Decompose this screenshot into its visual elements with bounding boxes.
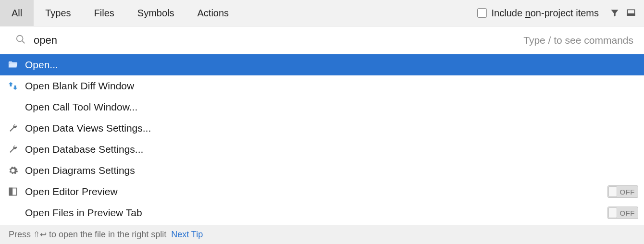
filter-icon[interactable] [607,5,623,21]
tab-all[interactable]: All [0,0,34,26]
result-label: Open Data Views Settings... [25,122,638,134]
tab-label: Types [45,8,71,19]
result-row[interactable]: Open Diagrams Settings [0,160,644,181]
blank-icon [7,207,19,219]
result-label: Open Editor Preview [25,186,602,197]
toggle-off[interactable]: OFF [607,185,638,198]
svg-rect-1 [628,14,635,15]
header-tabs-bar: All Types Files Symbols Actions Include … [0,0,644,26]
search-input[interactable] [34,34,516,47]
include-non-project-items-checkbox[interactable]: Include non-project items [477,8,599,19]
result-label: Open Diagrams Settings [25,165,638,176]
next-tip-link[interactable]: Next Tip [171,230,203,240]
tab-label: Symbols [137,8,174,19]
result-row[interactable]: Open Data Views Settings... [0,118,644,139]
result-row[interactable]: Open Blank Diff Window [0,75,644,97]
search-icon [15,34,26,47]
tab-label: All [12,8,22,19]
result-row[interactable]: Open... [0,54,644,75]
tab-label: Actions [198,8,229,19]
tab-files[interactable]: Files [83,0,126,26]
svg-point-2 [17,35,23,41]
wrench-icon [7,122,19,134]
result-label: Open... [25,59,638,71]
tab-symbols[interactable]: Symbols [126,0,186,26]
tab-actions[interactable]: Actions [186,0,241,26]
result-label: Open Blank Diff Window [25,80,638,92]
search-hint: Type / to see commands [523,35,633,46]
results-list: Open... Open Blank Diff Window Open Call… [0,54,644,223]
checkbox-label: Include non-project items [492,8,599,19]
diff-icon [7,80,19,92]
toggle-off[interactable]: OFF [607,207,638,219]
tab-types[interactable]: Types [34,0,82,26]
preview-icon [7,185,19,198]
result-label: Open Database Settings... [25,144,638,155]
checkbox-box-icon [477,8,487,18]
result-row[interactable]: Open Files in Preview Tab OFF [0,202,644,223]
blank-icon [7,101,19,113]
result-row[interactable]: Open Editor Preview OFF [0,181,644,202]
result-row[interactable]: Open Database Settings... [0,139,644,160]
folder-open-icon [7,59,19,71]
search-row: Type / to see commands [0,26,644,54]
tip-text: Press ⇧↩ to open the file in the right s… [9,230,166,240]
svg-line-3 [22,40,25,43]
gear-icon [7,164,19,177]
tab-label: Files [94,8,114,19]
svg-rect-5 [10,188,12,195]
result-row[interactable]: Open Call Tool Window... [0,97,644,118]
result-label: Open Files in Preview Tab [25,207,602,219]
pin-window-icon[interactable] [623,5,639,21]
result-label: Open Call Tool Window... [25,101,638,113]
footer-tip-bar: Press ⇧↩ to open the file in the right s… [0,225,644,244]
scope-tabs: All Types Files Symbols Actions [0,0,240,26]
wrench-icon [7,143,19,156]
